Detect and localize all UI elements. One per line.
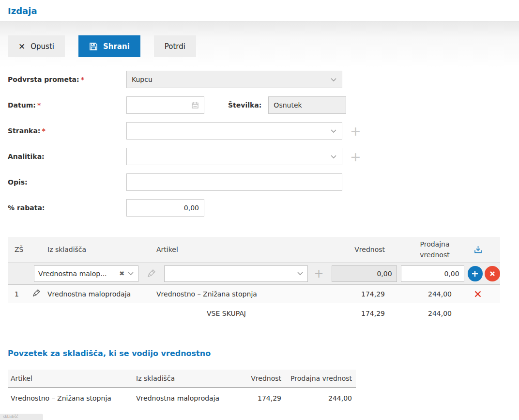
stevilka-input [274,97,341,113]
rabata-label: % rabata: [8,204,126,212]
form-row-opis: Opis: [8,173,511,191]
cancel-row-button[interactable] [485,266,500,281]
podvrsta-selected-value: Kupcu [132,76,330,83]
summary-col-sales-value: Prodajna vrednost [281,374,354,382]
total-sales-value: 244,00 [389,310,456,317]
items-edit-row: Vrednostna malop... ✖ + [8,262,500,285]
edit-value-input [332,265,397,282]
floppy-disk-icon [89,42,98,51]
row-value: 174,29 [311,290,389,298]
import-rows-icon[interactable] [474,246,482,254]
save-button[interactable]: Shrani [78,35,140,57]
form-row-rabata: % rabata: [8,199,511,217]
table-row: 1 Vrednostna maloprodaja Vrednostno – Zn… [8,285,500,303]
edit-warehouse-pencil-icon[interactable] [144,269,158,278]
stranka-select[interactable] [126,122,342,140]
form-row-stranka: Stranka:* + [8,122,511,140]
analitika-label: Analitika: [8,153,126,160]
col-header-warehouse: Iz skladišča [47,246,156,253]
required-asterisk: * [81,76,84,83]
edit-warehouse-combobox[interactable]: Vrednostna malop... ✖ [34,265,138,282]
document-form: Podvrsta prometa:* Kupcu Datum:* Številk… [0,68,519,217]
opis-field-wrap [126,173,342,191]
edit-row-pencil-icon[interactable] [32,289,40,297]
add-article-button[interactable]: + [314,268,323,280]
edit-sales-value-input[interactable] [401,265,464,282]
edit-warehouse-value: Vrednostna malop... [38,270,116,278]
summary-col-warehouse: Iz skladišča [136,374,235,382]
page-header: Izdaja [0,0,519,21]
chevron-down-icon [330,78,337,82]
items-total-row: VSE SKUPAJ 174,29 244,00 [8,303,500,324]
stevilka-label: Številka: [228,101,261,109]
delete-row-icon[interactable] [474,290,482,298]
summary-row: Vrednostno – Znižana stopnja Vrednostna … [8,388,356,408]
form-row-podvrsta: Podvrsta prometa:* Kupcu [8,71,511,88]
total-label: VSE SKUPAJ [156,310,311,317]
summary-col-value: Vrednost [235,374,281,382]
confirm-button-label: Potrdi [165,42,185,51]
discard-x-icon: ✕ [18,42,25,51]
datum-label: Datum:* [8,101,126,109]
toolbar: ✕ Opusti Shrani Potrdi [0,21,519,68]
summary-table-header: Artikel Iz skladišča Vrednost Prodajna v… [8,370,356,388]
row-edit-cell [25,289,47,299]
add-stranka-button[interactable]: + [350,124,361,138]
items-table-header: ZŠ Iz skladišča Artikel Vrednost Prodajn… [8,237,500,262]
rabata-field-wrap [126,199,204,217]
row-article: Vrednostno – Znižana stopnja [156,290,311,298]
row-sales-value: 244,00 [389,290,456,298]
clear-warehouse-icon[interactable]: ✖ [119,270,124,277]
col-header-actions [456,246,500,254]
chevron-down-icon [297,271,304,276]
chevron-down-icon [330,129,337,133]
total-value: 174,29 [311,310,389,317]
discard-button-label: Opusti [31,42,54,51]
summary-row-article: Vrednostno – Znižana stopnja [8,394,136,402]
col-header-zs: ZŠ [8,246,25,253]
stranka-label: Stranka:* [8,127,126,135]
edit-article-combobox[interactable] [164,265,308,282]
summary-col-article: Artikel [8,374,136,382]
col-header-value: Vrednost [311,246,389,253]
opis-label: Opis: [8,178,126,186]
chevron-down-icon [330,155,337,159]
discard-button[interactable]: ✕ Opusti [8,35,65,57]
save-button-label: Shrani [103,42,130,51]
col-header-sales-value: Prodajna vrednost [389,239,456,261]
datum-field-wrap [126,96,204,114]
datum-input[interactable] [132,97,191,113]
stevilka-field-wrap [268,96,346,114]
link-preview-tooltip: skladišč [0,414,43,420]
rabata-input[interactable] [132,200,199,216]
col-header-article: Artikel [156,246,311,253]
required-asterisk: * [37,101,41,109]
items-table: ZŠ Iz skladišča Artikel Vrednost Prodajn… [8,237,500,324]
confirm-button[interactable]: Potrdi [154,35,196,57]
row-actions [456,290,500,298]
podvrsta-select[interactable]: Kupcu [126,71,342,88]
opis-input[interactable] [132,174,337,190]
row-zs: 1 [8,290,25,298]
add-row-button[interactable] [468,266,483,281]
summary-title: Povzetek za skladišča, ki se vodijo vred… [8,349,511,358]
add-analitika-button[interactable]: + [350,150,361,163]
summary-row-value: 174,29 [235,394,281,402]
summary-row-warehouse: Vrednostna maloprodaja [136,394,235,402]
summary-row-sales-value: 244,00 [281,394,354,402]
analitika-select[interactable] [126,148,342,165]
summary-table: Artikel Iz skladišča Vrednost Prodajna v… [8,370,356,408]
form-row-datum: Datum:* Številka: [8,96,511,114]
row-warehouse: Vrednostna maloprodaja [47,290,156,298]
podvrsta-label: Podvrsta prometa:* [8,76,126,83]
page-title: Izdaja [8,6,511,16]
chevron-down-icon [127,271,134,276]
form-row-analitika: Analitika: + [8,148,511,165]
calendar-icon[interactable] [191,101,199,109]
required-asterisk: * [42,127,45,135]
